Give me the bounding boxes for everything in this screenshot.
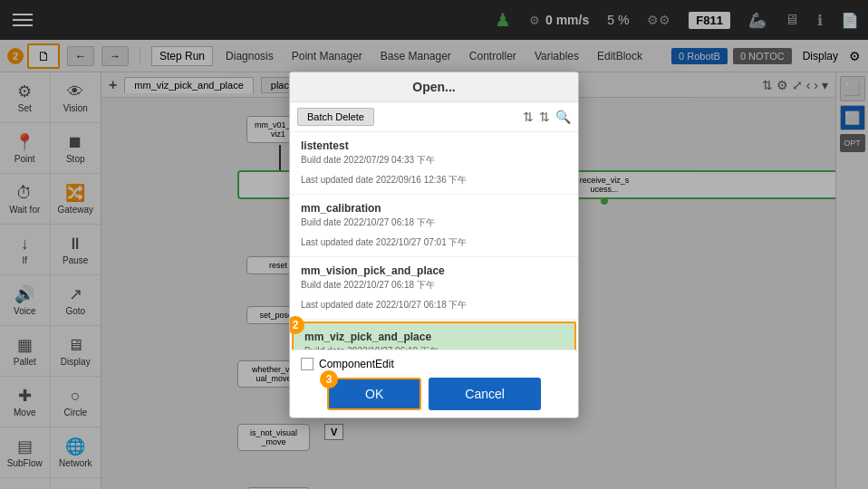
modal-dialog: Open... Batch Delete ⇅ ⇅ 🔍 listentest Bu… bbox=[289, 72, 579, 418]
batch-delete-button[interactable]: Batch Delete bbox=[297, 108, 374, 126]
modal-header: Open... bbox=[290, 72, 578, 102]
build-date-3: Build date 2022/10/27 06:19 下午 bbox=[304, 345, 439, 350]
ok-button[interactable]: 3 OK bbox=[327, 378, 421, 410]
sort-asc-icon[interactable]: ⇅ bbox=[523, 110, 534, 124]
list-item-meta-3: Build date 2022/10/27 06:19 下午 Last upda… bbox=[304, 345, 564, 350]
modal-icons: ⇅ ⇅ 🔍 bbox=[523, 110, 571, 124]
ok-label: OK bbox=[365, 387, 383, 401]
list-item-listentest[interactable]: listentest Build date 2022/07/29 04:33 下… bbox=[290, 132, 578, 195]
build-date-0: Build date 2022/07/29 04:33 下午 bbox=[301, 154, 435, 167]
search-icon[interactable]: 🔍 bbox=[555, 110, 571, 124]
list-item-meta-0: Build date 2022/07/29 04:33 下午 Last upda… bbox=[301, 154, 567, 187]
list-item-mm-viz-pick[interactable]: 2 mm_viz_pick_and_place Build date 2022/… bbox=[292, 321, 576, 350]
modal-list: listentest Build date 2022/07/29 04:33 下… bbox=[290, 132, 578, 350]
list-item-mm-vision-pick[interactable]: mm_vision_pick_and_place Build date 2022… bbox=[290, 257, 578, 320]
component-edit-checkbox[interactable] bbox=[301, 358, 313, 370]
list-item-name-0: listentest bbox=[301, 139, 567, 152]
last-updated-1: Last updated date 2022/10/27 07:01 下午 bbox=[301, 236, 467, 249]
last-updated-0: Last updated date 2022/09/16 12:36 下午 bbox=[301, 174, 467, 187]
build-date-2: Build date 2022/10/27 06:18 下午 bbox=[301, 279, 435, 292]
ok-badge-3: 3 bbox=[320, 370, 338, 388]
list-item-meta-1: Build date 2022/10/27 06:18 下午 Last upda… bbox=[301, 216, 567, 249]
list-item-name-2: mm_vision_pick_and_place bbox=[301, 264, 567, 277]
modal-overlay: Open... Batch Delete ⇅ ⇅ 🔍 listentest Bu… bbox=[0, 0, 868, 489]
list-item-name-1: mm_calibration bbox=[301, 202, 567, 215]
modal-buttons: 3 OK Cancel bbox=[301, 378, 567, 410]
build-date-1: Build date 2022/10/27 06:18 下午 bbox=[301, 216, 435, 229]
last-updated-2: Last updated date 2022/10/27 06:18 下午 bbox=[301, 299, 467, 312]
cancel-button[interactable]: Cancel bbox=[429, 378, 541, 410]
selected-badge-2: 2 bbox=[290, 316, 304, 334]
sort-desc-icon[interactable]: ⇅ bbox=[539, 110, 550, 124]
component-edit-row: ComponentEdit bbox=[301, 358, 567, 370]
list-item-mm-calibration[interactable]: mm_calibration Build date 2022/10/27 06:… bbox=[290, 195, 578, 257]
component-edit-label: ComponentEdit bbox=[319, 358, 394, 370]
list-item-name-3: mm_viz_pick_and_place bbox=[304, 331, 564, 343]
modal-toolbar: Batch Delete ⇅ ⇅ 🔍 bbox=[290, 102, 578, 132]
modal-footer: ComponentEdit 3 OK Cancel bbox=[290, 350, 578, 417]
list-item-meta-2: Build date 2022/10/27 06:18 下午 Last upda… bbox=[301, 279, 567, 312]
